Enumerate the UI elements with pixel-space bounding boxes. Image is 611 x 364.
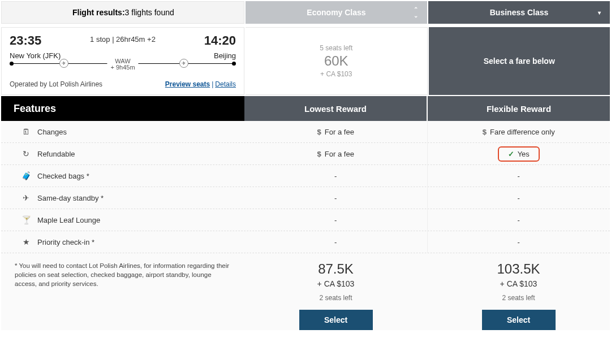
lounge-icon: 🍸 — [21, 215, 31, 224]
business-price-box[interactable]: Select a fare below — [429, 27, 610, 95]
priority-flex: - — [427, 231, 610, 253]
refundable-lowest: For a fee — [244, 143, 427, 164]
check-icon: ✓ — [508, 150, 514, 158]
flex-cash: + CA $103 — [500, 279, 537, 288]
lowest-seats: 2 seats left — [319, 294, 352, 302]
tab-business[interactable]: Business Class — [428, 1, 610, 24]
sort-icon — [414, 6, 418, 19]
flight-card: 23:35 1 stop | 26hr45m +2 14:20 New York… — [1, 27, 244, 95]
lowest-fare-column: 87.5K + CA $103 2 seats left Select — [244, 253, 427, 330]
departure-time: 23:35 — [10, 33, 41, 48]
origin: New York (JFK) — [10, 51, 61, 60]
refundable-flex: ✓Yes — [427, 143, 610, 164]
bag-icon: 🧳 — [21, 171, 31, 180]
chevron-down-icon — [598, 10, 601, 16]
tab-economy[interactable]: Economy Class — [246, 1, 427, 24]
lounge-lowest: - — [244, 209, 427, 231]
lounge-flex: - — [427, 209, 610, 231]
destination: Beijing — [214, 51, 236, 60]
feature-refundable: Refundable — [37, 150, 75, 158]
bags-flex: - — [427, 165, 610, 187]
flex-points: 103.5K — [497, 261, 540, 277]
select-flex-button[interactable]: Select — [482, 310, 556, 330]
lowest-reward-header: Lowest Reward — [244, 96, 427, 121]
flight-duration: 1 stop | 26hr45m +2 — [90, 33, 156, 44]
standby-flex: - — [427, 187, 610, 209]
arrival-time: 14:20 — [204, 33, 236, 48]
flex-seats: 2 seats left — [502, 294, 535, 302]
feature-changes: Changes — [37, 128, 67, 136]
changes-lowest: For a fee — [244, 121, 427, 142]
preview-seats-link[interactable]: Preview seats — [165, 80, 210, 88]
select-lowest-button[interactable]: Select — [299, 310, 373, 330]
refund-icon: ↻ — [21, 149, 31, 158]
route-diagram: ✈ ✈ WAW+ 9h45m — [10, 61, 236, 72]
results-header: Flight results:3 flights found — [1, 1, 244, 24]
feature-standby: Same-day standby * — [37, 194, 104, 202]
flex-fare-column: 103.5K + CA $103 2 seats left Select — [427, 253, 610, 330]
plane-icon: ✈ — [59, 59, 68, 68]
standby-icon: ✈ — [21, 193, 31, 202]
disclaimer-text: * You will need to contact Lot Polish Ai… — [1, 253, 244, 330]
features-header: Features — [1, 96, 244, 121]
details-link[interactable]: Details — [215, 80, 236, 88]
standby-lowest: - — [244, 187, 427, 209]
flexible-reward-header: Flexible Reward — [428, 96, 610, 121]
feature-lounge: Maple Leaf Lounge — [37, 216, 100, 224]
priority-icon: ★ — [21, 237, 31, 246]
economy-price-box[interactable]: 5 seats left 60K + CA $103 — [246, 27, 428, 95]
plane-icon: ✈ — [179, 59, 188, 68]
lowest-points: 87.5K — [318, 261, 354, 277]
priority-lowest: - — [244, 231, 427, 253]
changes-flex: Fare difference only — [427, 121, 610, 142]
feature-bags: Checked bags * — [37, 172, 89, 180]
operated-by: Operated by Lot Polish Airlines — [10, 80, 102, 88]
lowest-cash: + CA $103 — [317, 279, 355, 288]
feature-priority: Priority check-in * — [37, 238, 94, 246]
bags-lowest: - — [244, 165, 427, 187]
calendar-icon: 🗓 — [21, 127, 31, 136]
